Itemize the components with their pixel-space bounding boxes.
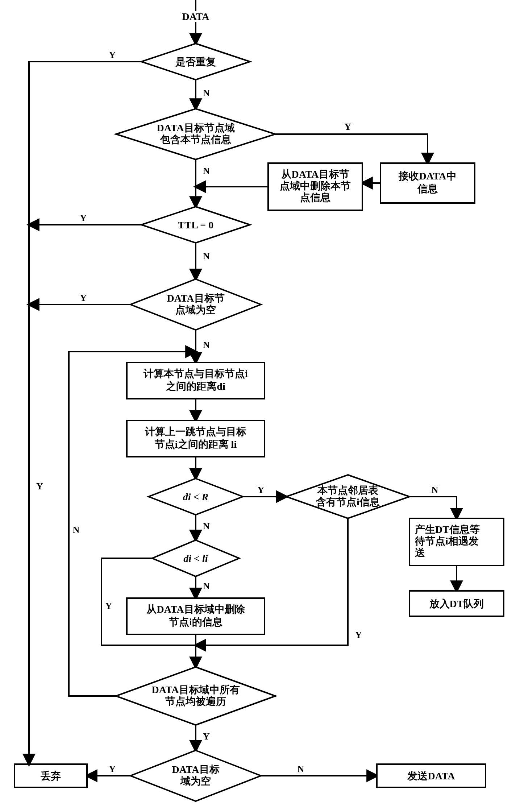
edge-n: N <box>73 525 80 535</box>
edge-y: Y <box>109 50 116 60</box>
edge-n: N <box>203 581 210 591</box>
d8-l2: 节点均被遍历 <box>165 696 226 707</box>
edge-n: N <box>203 166 210 176</box>
dtq-text: 放入DT队列 <box>429 598 484 609</box>
d2-text-l1: DATA目标节点域 <box>157 122 234 133</box>
edge-y: Y <box>80 213 87 223</box>
pli-l2: 节点i之间的距离 li <box>154 439 237 450</box>
pdi-l1: 计算本节点与目标节点i <box>143 368 248 379</box>
d4-l2: 点域为空 <box>175 304 216 315</box>
d2-text-l2: 包含本节点信息 <box>160 134 231 145</box>
edge-y: Y <box>345 121 351 132</box>
dtmsg-l2: 待节点i相遇发 <box>415 535 479 547</box>
deli-l1: 从DATA目标域中删除 <box>146 604 245 615</box>
pli-l1: 计算上一跳节点与目标 <box>145 426 246 437</box>
edge-y: Y <box>203 731 210 742</box>
edge-y: Y <box>355 630 362 640</box>
edge-y: Y <box>36 481 43 492</box>
delself-l3: 点信息 <box>300 192 330 203</box>
edge-n: N <box>203 521 210 531</box>
edge-y: Y <box>80 293 87 303</box>
delself-l2: 点域中删除本节 <box>280 180 351 191</box>
discard-text: 丢弃 <box>40 770 61 782</box>
edge-n: N <box>203 88 210 98</box>
deli-l2: 节点i的信息 <box>168 616 222 627</box>
dtmsg-l1: 产生DT信息等 <box>415 524 480 535</box>
start-label: DATA <box>182 11 209 22</box>
pdi-l2: 之间的距离di <box>166 381 225 392</box>
delself-l1: 从DATA目标节 <box>281 169 349 180</box>
d6-l1: 本节点邻居表 <box>317 485 378 496</box>
edge-n: N <box>203 251 210 261</box>
edge-n: N <box>203 340 210 350</box>
edge-y: Y <box>105 601 112 611</box>
d5-text: di < R <box>183 491 208 502</box>
edge-n: N <box>297 764 304 774</box>
edge-y: Y <box>258 485 265 495</box>
d6-l2: 含有节点i信息 <box>316 496 380 508</box>
d9-l1: DATA目标 <box>172 764 219 775</box>
d8-l1: DATA目标域中所有 <box>151 684 240 695</box>
edge-y: Y <box>109 764 116 774</box>
recv-l1: 接收DATA中 <box>398 170 456 182</box>
d4-l1: DATA目标节 <box>167 293 224 304</box>
d7-text: di < li <box>183 553 208 564</box>
send-text: 发送DATA <box>407 770 455 782</box>
recv-l2: 信息 <box>417 183 438 194</box>
d1-text: 是否重复 <box>175 56 216 67</box>
d3-text: TTL = 0 <box>178 219 213 231</box>
d9-l2: 域为空 <box>180 775 211 787</box>
dtmsg-l3: 送 <box>415 547 425 558</box>
flowchart: DATA 是否重复 Y N DATA目标节点域 包含本节点信息 Y 接收DATA… <box>0 0 516 812</box>
edge-n: N <box>432 485 438 495</box>
